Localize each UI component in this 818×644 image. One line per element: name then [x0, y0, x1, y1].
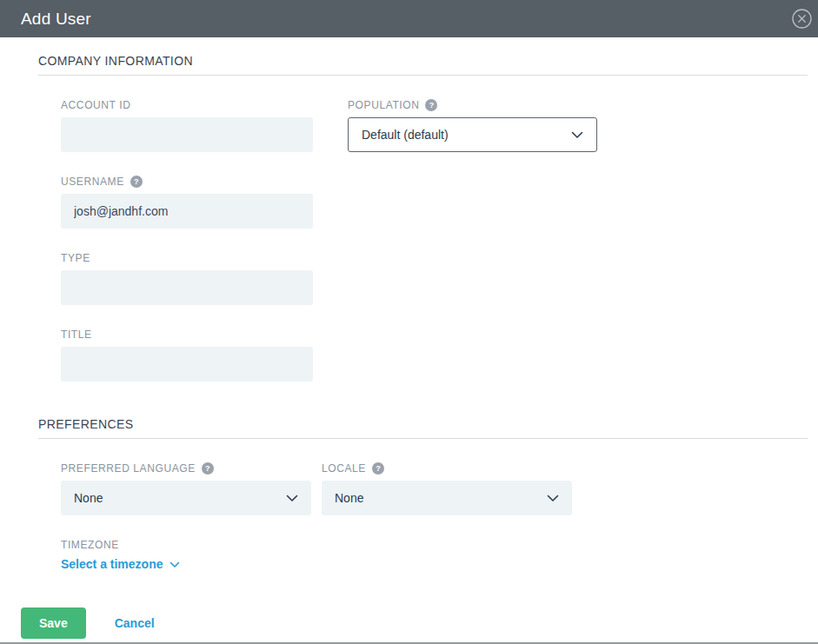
help-icon[interactable]: ? — [372, 462, 384, 475]
preferences-fields: PREFERRED LANGUAGE ? None LOCALE ? — [61, 439, 808, 572]
page-title: Add User — [21, 10, 91, 29]
type-label: TYPE — [61, 252, 90, 264]
locale-dropdown[interactable]: None — [322, 481, 572, 515]
field-username: USERNAME ? — [61, 175, 808, 229]
section-title-preferences: PREFERENCES — [38, 417, 133, 431]
timezone-select-link[interactable]: Select a timezone — [61, 557, 180, 571]
field-population: POPULATION ? Default (default) — [348, 98, 597, 152]
field-preferred-language: PREFERRED LANGUAGE ? None — [61, 461, 311, 515]
field-type: TYPE — [61, 251, 808, 305]
close-icon — [792, 9, 812, 29]
title-input[interactable] — [61, 347, 313, 382]
field-title: TITLE — [61, 328, 808, 382]
timezone-link-text: Select a timezone — [61, 557, 163, 571]
save-button[interactable]: Save — [21, 607, 86, 639]
account-id-label: ACCOUNT ID — [61, 99, 130, 111]
preferred-language-label: PREFERRED LANGUAGE — [61, 462, 196, 475]
section-company-information: COMPANY INFORMATION — [38, 53, 808, 76]
field-locale: LOCALE ? None — [322, 461, 572, 515]
cancel-button[interactable]: Cancel — [115, 616, 155, 630]
preferred-language-selected-value: None — [74, 491, 103, 505]
population-selected-value: Default (default) — [362, 128, 449, 142]
field-timezone: TIMEZONE Select a timezone — [61, 538, 808, 572]
section-preferences: PREFERENCES — [38, 416, 808, 439]
section-title-company: COMPANY INFORMATION — [38, 54, 193, 68]
population-label: POPULATION — [348, 99, 419, 111]
help-icon[interactable]: ? — [202, 462, 214, 475]
add-user-modal: Add User COMPANY INFORMATION ACCOUNT ID — [0, 0, 818, 644]
title-label: TITLE — [61, 329, 92, 341]
chevron-down-icon — [547, 491, 559, 505]
chevron-down-icon — [286, 491, 298, 505]
account-id-input[interactable] — [61, 117, 313, 152]
modal-header: Add User — [0, 0, 818, 37]
chevron-down-icon — [170, 557, 180, 571]
type-input[interactable] — [61, 270, 313, 305]
footer-actions: Save Cancel — [21, 607, 818, 639]
field-account-id: ACCOUNT ID — [61, 98, 313, 152]
preferred-language-dropdown[interactable]: None — [61, 481, 311, 515]
chevron-down-icon — [571, 128, 583, 142]
locale-selected-value: None — [335, 491, 363, 505]
population-dropdown[interactable]: Default (default) — [348, 117, 597, 152]
timezone-label: TIMEZONE — [61, 539, 119, 551]
help-icon[interactable]: ? — [130, 176, 143, 188]
company-fields: ACCOUNT ID POPULATION ? Default (default… — [61, 76, 808, 382]
username-input[interactable] — [61, 194, 313, 229]
locale-label: LOCALE — [322, 462, 366, 475]
username-label: USERNAME — [61, 176, 124, 188]
close-button[interactable] — [790, 8, 813, 30]
help-icon[interactable]: ? — [425, 99, 437, 111]
